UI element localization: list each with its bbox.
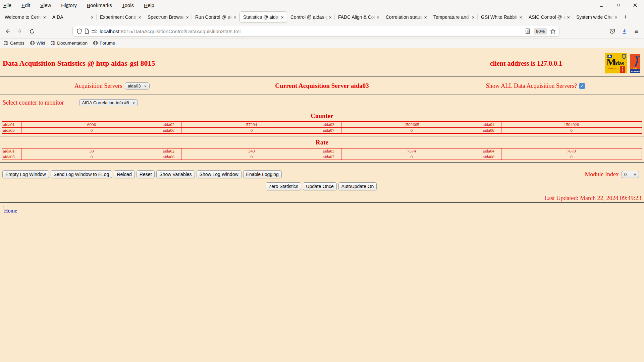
tab-1[interactable]: Welcome to CentOS× (1, 11, 49, 23)
empty-log-window-button[interactable]: Empty Log Window (2, 170, 49, 178)
rate-table: aida0130aida02343aida037574aida047670aid… (2, 148, 642, 160)
tab-title: Welcome to CentOS (5, 14, 42, 20)
menu-bookmarks[interactable]: Bookmarks (87, 2, 112, 8)
pocket-icon[interactable] (607, 26, 617, 36)
counter-monitor-select[interactable]: AIDA Correlation-info #8 ∨ (79, 99, 138, 106)
counter-monitor-select-value: AIDA Correlation-info #8 (82, 100, 129, 105)
show-all-checkbox[interactable]: ✓ (579, 83, 585, 89)
counter-heading: Counter (0, 112, 644, 120)
tab-close-icon[interactable]: × (90, 14, 95, 20)
menu-tools[interactable]: Tools (122, 2, 134, 8)
tab-7[interactable]: Control @ aidas-g× (287, 11, 335, 23)
chevron-down-icon: ∨ (634, 172, 636, 177)
tab-13[interactable]: System wide Chec× (573, 11, 621, 23)
tab-12[interactable]: ASIC Control @ ai× (525, 11, 573, 23)
module-index-select[interactable]: 0 ∨ (622, 171, 639, 178)
close-button[interactable] (631, 1, 639, 9)
rate-value: 0 (501, 154, 642, 160)
bookmark-star-icon[interactable] (549, 27, 556, 35)
url-bar[interactable]: localhost:8015/DataAcquisitionControl/Da… (72, 26, 559, 37)
reload-button[interactable]: Reload (114, 170, 135, 178)
server-name: aida07 (322, 128, 341, 134)
show-all-group: Show ALL Data Acquisition Servers? ✓ (486, 82, 585, 89)
menu-view[interactable]: View (40, 2, 51, 8)
tab-close-icon[interactable]: × (613, 14, 619, 20)
reset-button[interactable]: Reset (137, 170, 155, 178)
tab-close-icon[interactable]: × (471, 14, 476, 20)
tab-6-active[interactable]: Statistics @ aidas× (239, 11, 287, 23)
tab-close-icon[interactable]: × (375, 14, 380, 20)
tab-close-icon[interactable]: × (423, 14, 428, 20)
bookmark-label: Documentation (57, 41, 88, 46)
midas-logo: M idas powered by (605, 53, 627, 73)
acquisition-server-select-value: aida03 (127, 83, 141, 88)
server-name: aida06 (162, 128, 181, 134)
tab-close-icon[interactable]: × (566, 14, 571, 20)
page-info-icon[interactable] (83, 27, 90, 35)
update-once-button[interactable]: Update Once (303, 182, 337, 190)
navigation-bar: localhost:8015/DataAcquisitionControl/Da… (0, 24, 644, 38)
back-icon[interactable] (3, 26, 13, 36)
tab-4[interactable]: Spectrum Browser× (144, 11, 192, 23)
home-link[interactable]: Home (4, 208, 17, 214)
downloads-icon[interactable] (619, 26, 629, 36)
zoom-level-indicator[interactable]: 90% (534, 28, 547, 35)
hamburger-menu-icon[interactable]: ≡ (631, 26, 641, 36)
svg-text:idas: idas (614, 60, 624, 66)
send-log-window-to-elog-button[interactable]: Send Log Window to ELog (51, 170, 112, 178)
acquisition-servers-label: Acquisition Servers (74, 82, 122, 89)
counter-value: 6006 (21, 122, 162, 128)
divider (0, 136, 644, 136)
menu-help[interactable]: Help (144, 2, 154, 8)
server-name: aida01 (2, 148, 21, 154)
tab-close-icon[interactable]: × (232, 14, 237, 20)
menu-file[interactable]: File (3, 2, 11, 8)
tab-close-icon[interactable]: × (328, 14, 333, 20)
menu-history[interactable]: History (61, 2, 77, 8)
tab-close-icon[interactable]: × (518, 14, 523, 20)
tab-9[interactable]: Correlation status× (382, 11, 430, 23)
dot-text: . (3, 204, 644, 207)
autoupdate-on-button[interactable]: AutoUpdate On (338, 182, 377, 190)
show-variables-button[interactable]: Show Variables (156, 170, 195, 178)
bookmark-documentation[interactable]: Documentation (50, 41, 88, 46)
tab-close-icon[interactable]: × (185, 14, 190, 20)
reader-mode-icon[interactable] (524, 27, 532, 35)
tab-title: Control @ aidas-g (290, 14, 328, 20)
rate-row: aida0130aida02343aida037574aida047670 (2, 148, 642, 154)
enable-logging-button[interactable]: Enable Logging (243, 170, 282, 178)
counter-row: aida016006aida0257294aida031502665aida04… (2, 122, 642, 128)
tab-5[interactable]: Run Control @ aid× (192, 11, 239, 23)
tracking-protection-shield-icon[interactable] (75, 27, 83, 35)
rate-value: 30 (21, 148, 162, 154)
tab-strip: Welcome to CentOS×AIDA×Experiment Contro… (1, 10, 621, 24)
reload-icon[interactable] (27, 26, 37, 36)
acquisition-server-select[interactable]: aida03 ∨ (125, 82, 149, 89)
tab-10[interactable]: Temperature and× (430, 11, 478, 23)
tab-close-icon[interactable]: × (42, 14, 47, 20)
new-tab-button[interactable]: + (621, 10, 631, 24)
forward-icon[interactable] (15, 26, 25, 36)
site-permissions-icon[interactable] (90, 27, 98, 35)
counter-value: 0 (181, 128, 322, 134)
zero-statistics-button[interactable]: Zero Statistics (266, 182, 302, 190)
tab-close-icon[interactable]: × (137, 14, 142, 20)
bookmark-centos[interactable]: Centos (3, 41, 24, 46)
tab-bar: Welcome to CentOS×AIDA×Experiment Contro… (0, 10, 644, 24)
minimize-button[interactable] (597, 1, 606, 9)
maximize-button[interactable] (614, 1, 623, 9)
tab-8[interactable]: FADC Align & Con× (335, 11, 382, 23)
tab-11[interactable]: GSI White Rabbit× (478, 11, 525, 23)
menu-bar-items: FileEditViewHistoryBookmarksToolsHelp (3, 2, 154, 8)
bookmark-wiki[interactable]: Wiki (30, 41, 45, 46)
menu-edit[interactable]: Edit (21, 2, 30, 8)
counter-value: 1502665 (341, 122, 482, 128)
bookmark-forums[interactable]: Forums (93, 41, 115, 46)
tab-3[interactable]: Experiment Control× (97, 11, 144, 23)
show-log-window-button[interactable]: Show Log Window (197, 170, 241, 178)
browser-chrome: FileEditViewHistoryBookmarksToolsHelp We… (0, 0, 644, 48)
menu-bar: FileEditViewHistoryBookmarksToolsHelp (0, 0, 644, 10)
tab-close-icon[interactable]: × (280, 14, 285, 20)
tab-2[interactable]: AIDA× (49, 11, 97, 23)
bookmark-label: Centos (10, 41, 24, 46)
